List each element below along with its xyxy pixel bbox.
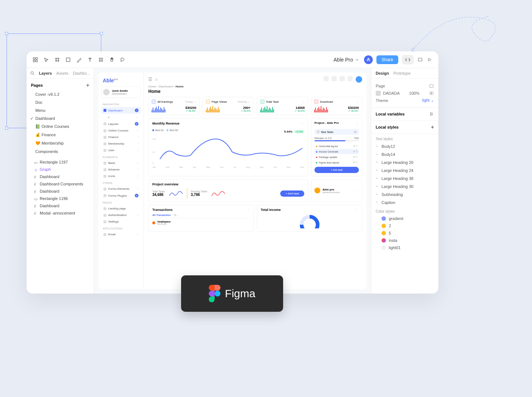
header-icon[interactable] xyxy=(340,76,345,81)
task-item[interactable]: Horizontal layout⊕ 2 xyxy=(314,144,359,149)
text-style-item[interactable]: Subheading xyxy=(371,190,438,198)
shape-tool-icon[interactable] xyxy=(65,57,71,63)
more-icon[interactable]: ⋮ xyxy=(355,208,358,212)
nav-settings[interactable]: Settings xyxy=(101,219,141,225)
theme-value[interactable]: light ⌄ xyxy=(422,98,434,103)
color-style-item[interactable]: gradient xyxy=(371,215,438,222)
add-page-button[interactable]: + xyxy=(86,82,89,88)
color-style-item[interactable]: light01 xyxy=(371,244,438,251)
header-avatar[interactable] xyxy=(356,76,362,83)
text-style-item[interactable]: Large Heading 24 xyxy=(371,166,438,174)
bg-color-value[interactable]: DADADA xyxy=(383,91,400,95)
menu-icon[interactable]: ☰ xyxy=(148,77,152,82)
figma-menu-icon[interactable] xyxy=(32,57,38,63)
tab-other[interactable]: S... xyxy=(174,214,178,216)
text-style-item[interactable]: Large Heading 20 xyxy=(371,158,438,166)
layer-item[interactable]: ▭Rectangle 1196 xyxy=(27,195,94,202)
page-item[interactable]: Menu xyxy=(27,106,94,114)
frame-tool-icon[interactable] xyxy=(54,57,60,63)
more-icon[interactable]: ⋮ xyxy=(247,208,250,212)
nav-auth[interactable]: Authentication› xyxy=(101,212,141,218)
nav-courses[interactable]: Online Courses› xyxy=(101,127,141,134)
play-icon[interactable] xyxy=(427,57,433,63)
page-item[interactable]: 📗 Online Courses xyxy=(27,122,94,131)
header-icon[interactable] xyxy=(332,76,337,81)
canvas[interactable]: Ablepro Jonh Smith Administrator NAVIGAT… xyxy=(94,68,371,294)
search-icon[interactable]: ⌕ xyxy=(155,77,158,82)
add-style-button[interactable]: + xyxy=(431,124,434,130)
notification-icon[interactable] xyxy=(348,76,353,81)
search-icon[interactable] xyxy=(30,71,35,75)
nav-user[interactable]: User› xyxy=(101,147,141,153)
bg-color-swatch[interactable] xyxy=(376,91,381,96)
page-item[interactable]: Components xyxy=(27,148,94,156)
task-item[interactable]: Invoice Generate⊕ 8 xyxy=(314,149,359,154)
text-style-item[interactable]: Large Heading 38 xyxy=(371,174,438,182)
nav-finance[interactable]: Finance› xyxy=(101,134,141,140)
layer-item[interactable]: ⫼Graph xyxy=(27,166,94,173)
user-avatar[interactable]: A xyxy=(364,55,373,64)
library-icon[interactable] xyxy=(417,57,423,63)
layer-item[interactable]: #Modal -annocement xyxy=(27,209,94,217)
stat-period[interactable]: ⋮ xyxy=(302,100,305,103)
nav-advance[interactable]: Advance› xyxy=(101,166,141,173)
tab-assets[interactable]: Assets xyxy=(56,71,68,75)
dev-mode-button[interactable] xyxy=(402,55,414,64)
color-style-item[interactable]: insta xyxy=(371,237,438,244)
comment-tool-icon[interactable] xyxy=(120,57,126,63)
pen-tool-icon[interactable] xyxy=(76,57,82,63)
more-icon[interactable]: ⋯ xyxy=(301,121,304,125)
nav-membership[interactable]: Membership› xyxy=(101,141,141,147)
page-item[interactable]: 💰 Finance xyxy=(27,131,94,139)
hand-tool-icon[interactable] xyxy=(109,57,115,63)
add-task-button[interactable]: + Add task xyxy=(280,190,304,197)
tab-all-transaction[interactable]: All Transaction xyxy=(152,214,171,216)
tab-design[interactable]: Design xyxy=(376,71,389,75)
nav-icons[interactable]: Icons› xyxy=(101,173,141,179)
stat-period[interactable]: ⋮ xyxy=(356,100,359,103)
text-tool-icon[interactable] xyxy=(87,57,93,63)
page-item[interactable]: Cover -v9.1.2 xyxy=(27,90,94,98)
nav-basic[interactable]: Basic› xyxy=(101,160,141,166)
layer-item[interactable]: #Dashboard xyxy=(27,202,94,209)
nav-layouts[interactable]: Layouts8 xyxy=(101,121,141,127)
share-button[interactable]: Share xyxy=(376,55,398,64)
add-task-button[interactable]: + Add task xyxy=(314,167,359,173)
move-tool-icon[interactable] xyxy=(43,57,49,63)
layer-item[interactable]: #Dashboard xyxy=(27,173,94,180)
task-item[interactable]: Package update⊕ 2 xyxy=(314,154,359,160)
text-style-item[interactable]: Large Heading 30 xyxy=(371,182,438,190)
color-style-item[interactable]: 5 xyxy=(371,229,438,237)
task-item[interactable]: Figma auto layout⊕ 2 xyxy=(314,160,359,165)
visibility-icon[interactable] xyxy=(429,91,434,95)
nav-dashboard[interactable]: Dashboard1 xyxy=(101,107,141,114)
color-style-item[interactable]: 2 xyxy=(371,222,438,229)
nav-sub[interactable]: •⌄ xyxy=(101,114,141,120)
stat-period[interactable]: Weekly ⌄ xyxy=(238,100,250,103)
header-icon[interactable] xyxy=(324,76,329,81)
tab-layers[interactable]: Layers xyxy=(39,71,52,75)
layer-item[interactable]: #Dashboard xyxy=(27,188,94,195)
nav-forms-plugins[interactable]: Forms Plugins6 xyxy=(101,192,141,199)
nav-email[interactable]: Email› xyxy=(101,231,141,237)
document-title[interactable]: Able Pro xyxy=(333,57,359,63)
text-style-item[interactable]: Caption xyxy=(371,198,438,207)
tab-prototype[interactable]: Prototype xyxy=(394,71,411,75)
layer-item[interactable]: ▭Rectangle 1197 xyxy=(27,158,94,166)
more-icon[interactable]: ⋯ xyxy=(356,189,359,192)
page-item[interactable]: 🧡 Membership xyxy=(27,139,94,148)
page-dropdown[interactable]: Dashbo... xyxy=(73,71,90,75)
text-style-item[interactable]: Body12 xyxy=(371,142,438,150)
nav-landing[interactable]: Landing page xyxy=(101,205,141,212)
resources-icon[interactable] xyxy=(98,57,104,63)
variables-settings-icon[interactable] xyxy=(429,111,434,117)
transaction-item[interactable]: headspace02:30 pm xyxy=(152,220,250,225)
user-card[interactable]: Jonh Smith Administrator xyxy=(101,86,141,98)
new-tasks-pill[interactable]: New Tasks20 xyxy=(314,129,359,135)
text-style-item[interactable]: Body14 xyxy=(371,150,438,158)
bg-opacity[interactable]: 100% xyxy=(409,91,419,95)
more-icon[interactable]: ⋮ xyxy=(356,122,359,126)
stat-period[interactable]: Today ⌄ xyxy=(185,100,196,103)
layer-item[interactable]: #Dashboard Components xyxy=(27,180,94,188)
nav-forms-elements[interactable]: Forms Elements› xyxy=(101,186,141,192)
